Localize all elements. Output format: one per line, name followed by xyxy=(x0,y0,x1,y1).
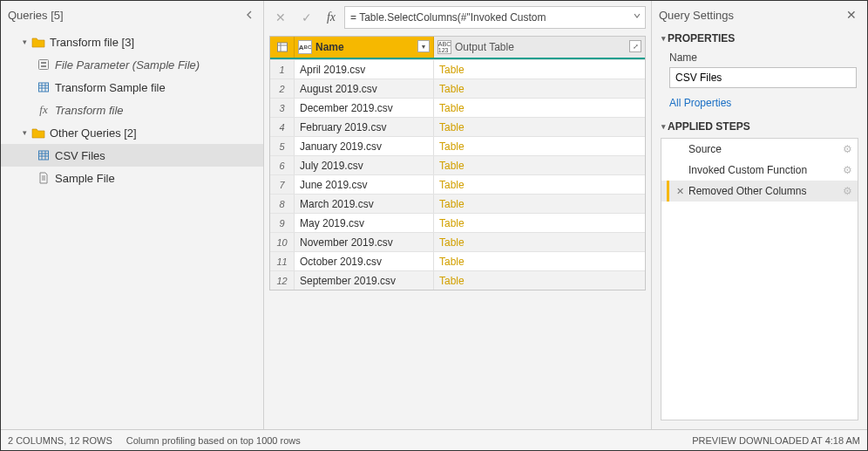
tree-item-csv-files[interactable]: CSV Files xyxy=(1,144,263,167)
column-header-label: Output Table xyxy=(455,41,514,53)
queries-tree: ▾ Transform file [3] File Parameter (Sam… xyxy=(1,29,263,429)
row-index: 5 xyxy=(270,137,295,155)
row-index: 12 xyxy=(270,271,295,290)
applied-step[interactable]: Invoked Custom Function⚙ xyxy=(661,160,858,181)
applied-step[interactable]: ✕Removed Other Columns⚙ xyxy=(661,181,858,202)
cell-name: November 2019.csv xyxy=(295,233,434,251)
applied-step[interactable]: Source⚙ xyxy=(661,139,858,160)
row-index: 9 xyxy=(270,214,295,232)
settings-title: Query Settings xyxy=(659,9,734,22)
table-row[interactable]: 4February 2019.csvTable xyxy=(270,117,645,136)
cell-name: June 2019.csv xyxy=(295,175,434,194)
properties-section-header[interactable]: ▾ PROPERTIES xyxy=(652,29,867,48)
cell-output-table[interactable]: Table xyxy=(434,79,645,98)
table-corner-icon[interactable] xyxy=(270,37,295,58)
status-preview-time: PREVIEW DOWNLOADED AT 4:18 AM xyxy=(692,435,860,446)
column-header-name[interactable]: ABC Name ▼ xyxy=(295,37,434,58)
column-header-label: Name xyxy=(315,41,344,53)
formula-input[interactable]: = Table.SelectColumns(#"Invoked Custom xyxy=(344,6,646,29)
table-icon xyxy=(36,80,51,94)
table-row[interactable]: 5January 2019.csvTable xyxy=(270,136,645,155)
table-row[interactable]: 6July 2019.csvTable xyxy=(270,155,645,174)
cell-name: April 2019.csv xyxy=(295,60,434,79)
caret-down-icon: ▾ xyxy=(659,122,668,131)
cell-output-table[interactable]: Table xyxy=(434,60,645,79)
tree-item-label: Transform file xyxy=(55,104,124,117)
row-index: 7 xyxy=(270,175,295,194)
table-header-row: ABC Name ▼ ABC123 Output Table ⤢ xyxy=(270,37,645,58)
cell-output-table[interactable]: Table xyxy=(434,233,645,251)
cell-output-table[interactable]: Table xyxy=(434,99,645,117)
row-index: 4 xyxy=(270,118,295,136)
cell-output-table[interactable]: Table xyxy=(434,271,645,290)
formula-cancel-button[interactable]: ✕ xyxy=(269,6,292,29)
row-index: 1 xyxy=(270,60,295,79)
delete-step-icon[interactable]: ✕ xyxy=(673,186,687,197)
caret-down-icon: ▾ xyxy=(18,128,31,137)
table-row[interactable]: 12September 2019.csvTable xyxy=(270,270,645,290)
query-name-input[interactable] xyxy=(669,67,857,88)
cell-name: May 2019.csv xyxy=(295,214,434,232)
table-row[interactable]: 7June 2019.csvTable xyxy=(270,174,645,194)
fx-icon: fx xyxy=(36,103,51,117)
tree-item-file-parameter[interactable]: File Parameter (Sample File) xyxy=(1,53,263,76)
cell-output-table[interactable]: Table xyxy=(434,252,645,270)
data-preview-panel: ✕ ✓ fx = Table.SelectColumns(#"Invoked C… xyxy=(264,1,651,429)
cell-output-table[interactable]: Table xyxy=(434,214,645,232)
all-properties-link[interactable]: All Properties xyxy=(669,97,731,109)
column-expand-icon[interactable]: ⤢ xyxy=(629,40,641,52)
table-row[interactable]: 8March 2019.csvTable xyxy=(270,194,645,213)
cell-name: December 2019.csv xyxy=(295,99,434,117)
applied-steps-section-header[interactable]: ▾ APPLIED STEPS xyxy=(652,117,867,136)
collapse-left-icon[interactable] xyxy=(244,9,256,21)
column-header-output[interactable]: ABC123 Output Table ⤢ xyxy=(434,37,645,58)
cell-name: July 2019.csv xyxy=(295,156,434,174)
caret-down-icon: ▾ xyxy=(18,38,31,46)
status-profiling: Column profiling based on top 1000 rows xyxy=(126,435,301,446)
tree-group-other[interactable]: ▾ Other Queries [2] xyxy=(1,121,263,144)
close-settings-button[interactable]: ✕ xyxy=(843,6,860,24)
formula-dropdown-icon[interactable] xyxy=(633,11,641,20)
svg-rect-8 xyxy=(39,151,49,160)
table-row[interactable]: 10November 2019.csvTable xyxy=(270,232,645,251)
fx-icon: fx xyxy=(322,10,341,24)
table-row[interactable]: 1April 2019.csvTable xyxy=(270,59,645,79)
folder-icon xyxy=(31,126,46,140)
tree-item-transform-file[interactable]: fx Transform file xyxy=(1,99,263,121)
query-settings-panel: Query Settings ✕ ▾ PROPERTIES Name All P… xyxy=(651,1,867,429)
cell-output-table[interactable]: Table xyxy=(434,118,645,136)
cell-output-table[interactable]: Table xyxy=(434,137,645,155)
status-bar: 2 COLUMNS, 12 ROWS Column profiling base… xyxy=(1,429,867,450)
gear-icon[interactable]: ⚙ xyxy=(843,185,854,197)
tree-group-label: Transform file [3] xyxy=(50,36,134,49)
table-row[interactable]: 9May 2019.csvTable xyxy=(270,213,645,232)
status-cols-rows: 2 COLUMNS, 12 ROWS xyxy=(8,435,112,446)
applied-steps-label: APPLIED STEPS xyxy=(668,120,750,133)
gear-icon[interactable]: ⚙ xyxy=(843,143,854,155)
tree-item-label: Transform Sample file xyxy=(55,81,166,94)
cell-output-table[interactable]: Table xyxy=(434,195,645,213)
folder-icon xyxy=(31,35,46,49)
properties-label: PROPERTIES xyxy=(668,32,735,44)
tree-item-transform-sample[interactable]: Transform Sample file xyxy=(1,76,263,99)
formula-text: = Table.SelectColumns(#"Invoked Custom xyxy=(350,11,546,24)
gear-icon[interactable]: ⚙ xyxy=(843,164,854,176)
row-index: 6 xyxy=(270,156,295,174)
any-type-icon: ABC123 xyxy=(437,40,451,54)
formula-commit-button[interactable]: ✓ xyxy=(295,6,318,29)
table-row[interactable]: 11October 2019.csvTable xyxy=(270,251,645,270)
step-label: Invoked Custom Function xyxy=(688,164,843,176)
column-filter-icon[interactable]: ▼ xyxy=(417,40,430,52)
tree-group-transform[interactable]: ▾ Transform file [3] xyxy=(1,31,263,53)
applied-steps-list: Source⚙Invoked Custom Function⚙✕Removed … xyxy=(661,138,858,420)
step-label: Source xyxy=(688,143,843,155)
cell-name: March 2019.csv xyxy=(295,195,434,213)
table-row[interactable]: 3December 2019.csvTable xyxy=(270,98,645,117)
cell-name: September 2019.csv xyxy=(295,271,434,290)
tree-item-sample-file[interactable]: Sample File xyxy=(1,167,263,189)
cell-output-table[interactable]: Table xyxy=(434,175,645,194)
cell-output-table[interactable]: Table xyxy=(434,156,645,174)
name-label: Name xyxy=(669,51,857,64)
table-row[interactable]: 2August 2019.csvTable xyxy=(270,79,645,98)
tree-group-label: Other Queries [2] xyxy=(50,126,137,140)
